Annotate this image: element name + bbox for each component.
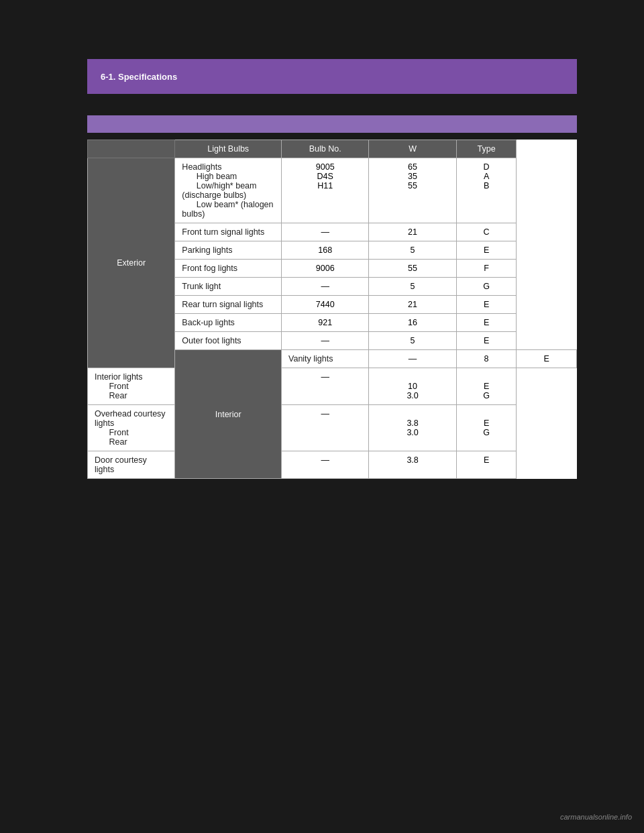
interior-label: Interior xyxy=(175,350,282,479)
header-bar: 6-1. Specifications xyxy=(87,59,577,94)
backup-lights-type: E xyxy=(456,314,517,332)
parking-lights-type: E xyxy=(456,241,517,260)
interior-lights-w: 103.0 xyxy=(369,368,456,405)
front-fog-lights-type: F xyxy=(456,260,517,278)
front-turn-signal-w: 21 xyxy=(369,223,456,241)
overhead-courtesy-lights-type: EG xyxy=(456,405,517,451)
section-bar xyxy=(87,115,577,133)
trunk-light-bulb: — xyxy=(282,278,369,296)
headlights-bulb: 9005D4SH11 xyxy=(282,158,369,223)
rear-turn-signal-w: 21 xyxy=(369,296,456,314)
vanity-lights-type: E xyxy=(517,350,577,368)
parking-lights-bulb: 168 xyxy=(282,241,369,260)
front-turn-signal-type: C xyxy=(456,223,517,241)
overhead-rear-label: Rear xyxy=(95,437,127,447)
outer-foot-lights-label: Outer foot lights xyxy=(175,332,282,350)
parking-lights-label: Parking lights xyxy=(175,241,282,260)
high-beam-label: High beam xyxy=(182,172,237,181)
header-title: 6-1. Specifications xyxy=(101,72,177,82)
backup-lights-label: Back-up lights xyxy=(175,314,282,332)
interior-front-label: Front xyxy=(95,382,129,391)
vanity-lights-label: Vanity lights xyxy=(282,350,369,368)
trunk-light-type: G xyxy=(456,278,517,296)
light-bulbs-table: Light Bulbs Bulb No. W Type Exterior Hea… xyxy=(87,140,577,479)
backup-lights-bulb: 921 xyxy=(282,314,369,332)
col-header-type: Type xyxy=(456,140,517,158)
headlights-w: 653555 xyxy=(369,158,456,223)
trunk-light-w: 5 xyxy=(369,278,456,296)
headlights-type: DAB xyxy=(456,158,517,223)
table-row: Interior lights Front Rear — 103.0 EG xyxy=(88,368,577,405)
interior-lights-bulb: — xyxy=(282,368,369,405)
vanity-lights-w: 8 xyxy=(456,350,517,368)
watermark: carmanualsonline.info xyxy=(560,813,632,821)
vanity-lights-bulb: — xyxy=(369,350,456,368)
headlights-cell: Headlights High beam Low/high* beam (dis… xyxy=(175,158,282,223)
overhead-courtesy-lights-label: Overhead courtesy lights Front Rear xyxy=(88,405,175,451)
backup-lights-w: 16 xyxy=(369,314,456,332)
table-row: Overhead courtesy lights Front Rear — 3.… xyxy=(88,405,577,451)
interior-lights-type: EG xyxy=(456,368,517,405)
door-courtesy-lights-type: E xyxy=(456,451,517,479)
table-row: Door courtesy lights — 3.8 E xyxy=(88,451,577,479)
outer-foot-lights-w: 5 xyxy=(369,332,456,350)
col-header-empty xyxy=(88,140,175,158)
overhead-front-label: Front xyxy=(95,428,129,437)
col-header-light-bulbs: Light Bulbs xyxy=(175,140,282,158)
col-header-w: W xyxy=(369,140,456,158)
outer-foot-lights-bulb: — xyxy=(282,332,369,350)
overhead-courtesy-lights-w: 3.83.0 xyxy=(369,405,456,451)
trunk-light-label: Trunk light xyxy=(175,278,282,296)
low-high-beam-label: Low/high* beam (discharge bulbs) xyxy=(182,181,256,200)
interior-rear-label: Rear xyxy=(95,391,127,400)
front-fog-lights-label: Front fog lights xyxy=(175,260,282,278)
front-fog-lights-bulb: 9006 xyxy=(282,260,369,278)
col-header-bulb-no: Bulb No. xyxy=(282,140,369,158)
rear-turn-signal-bulb: 7440 xyxy=(282,296,369,314)
parking-lights-w: 5 xyxy=(369,241,456,260)
front-turn-signal-label: Front turn signal lights xyxy=(175,223,282,241)
rear-turn-signal-type: E xyxy=(456,296,517,314)
door-courtesy-lights-bulb: — xyxy=(282,451,369,479)
door-courtesy-lights-w: 3.8 xyxy=(369,451,456,479)
exterior-label: Exterior xyxy=(88,158,175,368)
rear-turn-signal-label: Rear turn signal lights xyxy=(175,296,282,314)
front-turn-signal-bulb: — xyxy=(282,223,369,241)
overhead-courtesy-lights-bulb: — xyxy=(282,405,369,451)
content-area: Light Bulbs Bulb No. W Type Exterior Hea… xyxy=(87,140,577,479)
low-beam-label: Low beam* (halogen bulbs) xyxy=(182,200,273,219)
front-fog-lights-w: 55 xyxy=(369,260,456,278)
table-row: Exterior Headlights High beam Low/high* … xyxy=(88,158,577,223)
door-courtesy-lights-label: Door courtesy lights xyxy=(88,451,175,479)
interior-lights-label: Interior lights Front Rear xyxy=(88,368,175,405)
outer-foot-lights-type: E xyxy=(456,332,517,350)
